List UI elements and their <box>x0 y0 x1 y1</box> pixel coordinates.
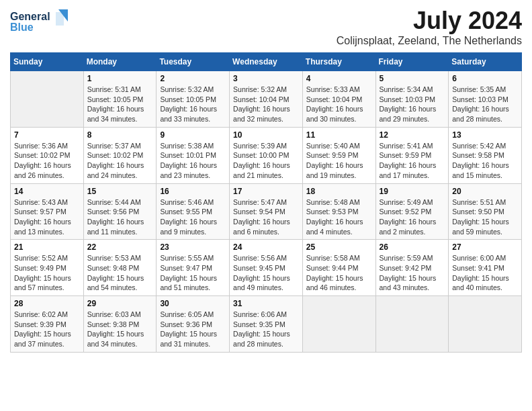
title-block: July 2024 Colijnsplaat, Zeeland, The Net… <box>337 7 522 47</box>
day-number: 15 <box>87 187 153 196</box>
calendar-cell: 20Sunrise: 5:51 AM Sunset: 9:50 PM Dayli… <box>449 183 522 240</box>
day-info: Sunrise: 5:35 AM Sunset: 10:03 PM Daylig… <box>452 85 518 124</box>
day-number: 23 <box>160 242 226 252</box>
calendar-cell: 9Sunrise: 5:38 AM Sunset: 10:01 PM Dayli… <box>157 127 230 183</box>
calendar-cell: 29Sunrise: 6:03 AM Sunset: 9:38 PM Dayli… <box>83 296 157 353</box>
calendar-cell <box>375 296 449 353</box>
calendar-cell: 4Sunrise: 5:33 AM Sunset: 10:04 PM Dayli… <box>302 71 375 128</box>
day-info: Sunrise: 5:46 AM Sunset: 9:55 PM Dayligh… <box>160 197 226 237</box>
calendar-cell: 6Sunrise: 5:35 AM Sunset: 10:03 PM Dayli… <box>449 71 522 128</box>
day-number: 28 <box>14 299 80 308</box>
day-info: Sunrise: 5:56 AM Sunset: 9:45 PM Dayligh… <box>233 253 299 293</box>
calendar-cell: 13Sunrise: 5:42 AM Sunset: 9:58 PM Dayli… <box>449 127 522 183</box>
day-info: Sunrise: 5:48 AM Sunset: 9:53 PM Dayligh… <box>306 197 372 237</box>
calendar-cell: 10Sunrise: 5:39 AM Sunset: 10:00 PM Dayl… <box>230 127 303 183</box>
calendar-table: SundayMondayTuesdayWednesdayThursdayFrid… <box>10 52 522 353</box>
day-info: Sunrise: 5:42 AM Sunset: 9:58 PM Dayligh… <box>452 141 518 181</box>
day-number: 2 <box>160 74 226 83</box>
header: General Blue July 2024 Colijnsplaat, Zee… <box>10 7 522 47</box>
day-info: Sunrise: 5:40 AM Sunset: 9:59 PM Dayligh… <box>306 141 372 181</box>
calendar-body: 1Sunrise: 5:31 AM Sunset: 10:05 PM Dayli… <box>11 71 522 353</box>
day-info: Sunrise: 5:38 AM Sunset: 10:01 PM Daylig… <box>160 141 226 181</box>
day-number: 7 <box>14 130 80 140</box>
day-number: 21 <box>14 242 80 252</box>
day-number: 25 <box>306 242 372 252</box>
day-number: 14 <box>14 187 80 196</box>
calendar-day-header: Saturday <box>449 53 522 71</box>
day-info: Sunrise: 5:53 AM Sunset: 9:48 PM Dayligh… <box>87 253 153 293</box>
calendar-cell: 24Sunrise: 5:56 AM Sunset: 9:45 PM Dayli… <box>230 240 303 296</box>
day-number: 29 <box>87 299 153 308</box>
svg-text:General: General <box>10 11 50 22</box>
calendar-cell: 31Sunrise: 6:06 AM Sunset: 9:35 PM Dayli… <box>230 296 303 353</box>
calendar-week-row: 14Sunrise: 5:43 AM Sunset: 9:57 PM Dayli… <box>11 183 522 240</box>
calendar-cell: 17Sunrise: 5:47 AM Sunset: 9:54 PM Dayli… <box>230 183 303 240</box>
calendar-cell: 27Sunrise: 6:00 AM Sunset: 9:41 PM Dayli… <box>449 240 522 296</box>
day-info: Sunrise: 5:51 AM Sunset: 9:50 PM Dayligh… <box>452 197 518 237</box>
day-info: Sunrise: 6:03 AM Sunset: 9:38 PM Dayligh… <box>87 310 153 349</box>
logo: General Blue <box>10 7 71 35</box>
calendar-cell: 21Sunrise: 5:52 AM Sunset: 9:49 PM Dayli… <box>11 240 84 296</box>
day-number: 17 <box>233 187 299 196</box>
day-info: Sunrise: 5:36 AM Sunset: 10:02 PM Daylig… <box>14 141 80 181</box>
day-number: 24 <box>233 242 299 252</box>
day-number: 12 <box>380 130 445 140</box>
calendar-week-row: 21Sunrise: 5:52 AM Sunset: 9:49 PM Dayli… <box>11 240 522 296</box>
page-subtitle: Colijnsplaat, Zeeland, The Netherlands <box>337 35 522 47</box>
day-number: 8 <box>87 130 153 140</box>
day-info: Sunrise: 5:39 AM Sunset: 10:00 PM Daylig… <box>233 141 299 181</box>
day-number: 26 <box>380 242 445 252</box>
day-info: Sunrise: 5:55 AM Sunset: 9:47 PM Dayligh… <box>160 253 226 293</box>
day-number: 1 <box>87 74 153 83</box>
day-number: 20 <box>452 187 518 196</box>
calendar-day-header: Sunday <box>11 53 84 71</box>
day-info: Sunrise: 5:31 AM Sunset: 10:05 PM Daylig… <box>87 85 153 124</box>
calendar-cell: 11Sunrise: 5:40 AM Sunset: 9:59 PM Dayli… <box>302 127 375 183</box>
day-number: 5 <box>380 74 445 83</box>
calendar-header-row: SundayMondayTuesdayWednesdayThursdayFrid… <box>11 53 522 71</box>
calendar-day-header: Monday <box>83 53 157 71</box>
calendar-cell: 23Sunrise: 5:55 AM Sunset: 9:47 PM Dayli… <box>157 240 230 296</box>
calendar-day-header: Tuesday <box>157 53 230 71</box>
svg-text:Blue: Blue <box>10 21 34 33</box>
calendar-day-header: Wednesday <box>230 53 303 71</box>
day-number: 9 <box>160 130 226 140</box>
day-info: Sunrise: 5:52 AM Sunset: 9:49 PM Dayligh… <box>14 253 80 293</box>
calendar-cell: 25Sunrise: 5:58 AM Sunset: 9:44 PM Dayli… <box>302 240 375 296</box>
calendar-cell: 28Sunrise: 6:02 AM Sunset: 9:39 PM Dayli… <box>11 296 84 353</box>
calendar-week-row: 7Sunrise: 5:36 AM Sunset: 10:02 PM Dayli… <box>11 127 522 183</box>
calendar-cell: 3Sunrise: 5:32 AM Sunset: 10:04 PM Dayli… <box>230 71 303 128</box>
day-number: 27 <box>452 242 518 252</box>
day-number: 19 <box>380 187 445 196</box>
calendar-cell: 8Sunrise: 5:37 AM Sunset: 10:02 PM Dayli… <box>83 127 157 183</box>
day-info: Sunrise: 5:58 AM Sunset: 9:44 PM Dayligh… <box>306 253 372 293</box>
day-info: Sunrise: 5:34 AM Sunset: 10:03 PM Daylig… <box>380 85 445 124</box>
day-info: Sunrise: 6:02 AM Sunset: 9:39 PM Dayligh… <box>14 310 80 349</box>
calendar-cell <box>449 296 522 353</box>
day-number: 16 <box>160 187 226 196</box>
page-title: July 2024 <box>337 7 522 35</box>
day-number: 3 <box>233 74 299 83</box>
day-info: Sunrise: 5:33 AM Sunset: 10:04 PM Daylig… <box>306 85 372 124</box>
calendar-cell: 1Sunrise: 5:31 AM Sunset: 10:05 PM Dayli… <box>83 71 157 128</box>
day-number: 6 <box>452 74 518 83</box>
day-number: 13 <box>452 130 518 140</box>
day-info: Sunrise: 5:37 AM Sunset: 10:02 PM Daylig… <box>87 141 153 181</box>
calendar-cell: 30Sunrise: 6:05 AM Sunset: 9:36 PM Dayli… <box>157 296 230 353</box>
calendar-week-row: 1Sunrise: 5:31 AM Sunset: 10:05 PM Dayli… <box>11 71 522 128</box>
day-info: Sunrise: 6:05 AM Sunset: 9:36 PM Dayligh… <box>160 310 226 349</box>
calendar-cell: 14Sunrise: 5:43 AM Sunset: 9:57 PM Dayli… <box>11 183 84 240</box>
calendar-cell <box>302 296 375 353</box>
calendar-day-header: Friday <box>375 53 449 71</box>
calendar-cell: 19Sunrise: 5:49 AM Sunset: 9:52 PM Dayli… <box>375 183 449 240</box>
day-number: 31 <box>233 299 299 308</box>
calendar-day-header: Thursday <box>302 53 375 71</box>
calendar-cell: 26Sunrise: 5:59 AM Sunset: 9:42 PM Dayli… <box>375 240 449 296</box>
calendar-cell: 5Sunrise: 5:34 AM Sunset: 10:03 PM Dayli… <box>375 71 449 128</box>
calendar-cell <box>11 71 84 128</box>
day-info: Sunrise: 5:49 AM Sunset: 9:52 PM Dayligh… <box>380 197 445 237</box>
day-info: Sunrise: 5:47 AM Sunset: 9:54 PM Dayligh… <box>233 197 299 237</box>
calendar-cell: 16Sunrise: 5:46 AM Sunset: 9:55 PM Dayli… <box>157 183 230 240</box>
day-number: 4 <box>306 74 372 83</box>
day-info: Sunrise: 5:32 AM Sunset: 10:04 PM Daylig… <box>233 85 299 124</box>
